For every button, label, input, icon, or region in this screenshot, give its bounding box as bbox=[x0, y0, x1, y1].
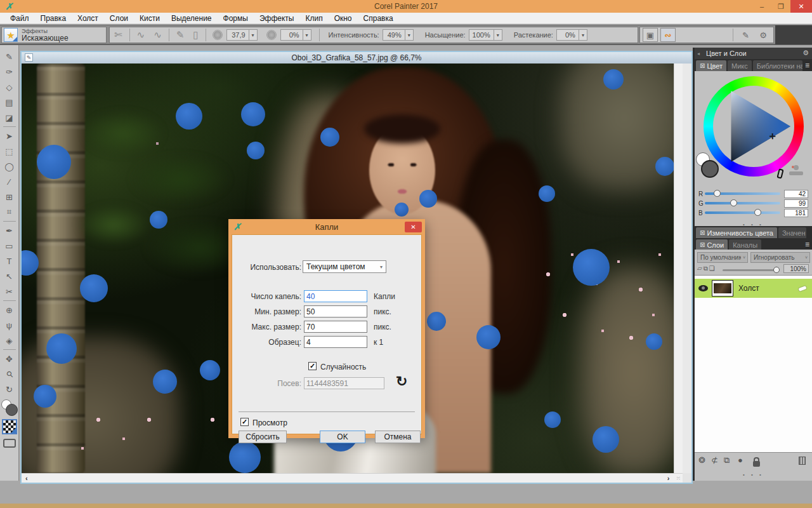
intensity-field[interactable]: 49% ▾ bbox=[383, 29, 414, 41]
panel-gear-icon[interactable]: ⚙ bbox=[802, 49, 809, 57]
minimize-button[interactable]: – bbox=[752, 0, 771, 13]
bleed-dropdown-icon[interactable]: ▾ bbox=[579, 30, 587, 40]
opacity-knob[interactable] bbox=[773, 267, 780, 273]
hue-marker-icon[interactable] bbox=[776, 168, 783, 178]
tab-mixer[interactable]: Микс bbox=[728, 60, 752, 71]
layers-options-icon[interactable]: ≡ bbox=[805, 240, 809, 249]
close-button[interactable]: ✕ bbox=[790, 0, 812, 13]
text-tool[interactable]: T bbox=[2, 253, 17, 269]
dialog-close-button[interactable]: ✕ bbox=[405, 222, 422, 232]
add-point-tool[interactable]: ⊕ bbox=[2, 302, 17, 318]
rgb-knob-g[interactable] bbox=[730, 199, 737, 206]
plugin-layer-icon[interactable]: ⊄ bbox=[711, 455, 718, 465]
layer-lock-icons[interactable]: ▱⧉❏ bbox=[697, 265, 716, 272]
dynamic-plugins-icon[interactable]: ❂ bbox=[698, 455, 705, 465]
layers-dots[interactable]: • • • bbox=[695, 472, 812, 478]
paint-bucket-tool[interactable]: ◇ bbox=[2, 79, 17, 95]
paper-pattern-swatch[interactable] bbox=[2, 419, 17, 434]
layer-adjuster-tool[interactable]: ➤ bbox=[2, 128, 17, 144]
restore-button[interactable]: ❐ bbox=[771, 0, 790, 13]
main-color-swatch[interactable] bbox=[701, 160, 719, 178]
red-slider[interactable] bbox=[705, 192, 780, 195]
stroke-tool-icon[interactable]: ✄ bbox=[110, 29, 127, 41]
dialog-titlebar[interactable]: ✗ Капли ✕ bbox=[228, 219, 425, 234]
rect-shape-tool[interactable]: ▭ bbox=[2, 238, 17, 253]
reset-button[interactable]: Сбросить bbox=[239, 431, 287, 443]
menu-effects[interactable]: Эффекты bbox=[254, 14, 299, 23]
magic-wand-tool[interactable]: ∕ bbox=[2, 174, 17, 189]
clone-area-icon[interactable]: ▯ bbox=[188, 29, 202, 41]
hue-ring[interactable]: ✛ bbox=[704, 76, 804, 177]
main-color-swatch[interactable] bbox=[6, 404, 18, 416]
layer-visibility-eye-icon[interactable] bbox=[698, 285, 708, 291]
rgb-knob-r[interactable] bbox=[714, 190, 721, 197]
layer-row-canvas[interactable]: Холст bbox=[695, 279, 812, 298]
clone-brush-icon[interactable]: ✎ bbox=[172, 29, 189, 41]
brush-size-dropdown-icon[interactable]: ▾ bbox=[249, 30, 257, 40]
saturation-dropdown-icon[interactable]: ▾ bbox=[494, 30, 502, 40]
sample-input[interactable] bbox=[304, 336, 367, 348]
menu-movie[interactable]: Клип bbox=[300, 14, 327, 23]
new-seed-refresh-icon[interactable]: ↻ bbox=[396, 373, 407, 390]
brush-size-field[interactable]: 37,9 ▾ bbox=[226, 29, 258, 41]
paper-texture-button[interactable]: ∾ bbox=[660, 28, 676, 42]
clone-color-stamp-icon[interactable] bbox=[789, 165, 803, 175]
tab-libraries[interactable]: Библиотеки наб bbox=[753, 60, 802, 71]
perspective-tool[interactable]: ◈ bbox=[2, 333, 17, 348]
randomness-checkbox[interactable]: ✓ bbox=[308, 362, 317, 370]
preview-checkbox[interactable]: ✓ bbox=[240, 418, 249, 426]
gradient-tool[interactable]: ▤ bbox=[2, 95, 17, 110]
opacity-slider[interactable] bbox=[723, 269, 778, 271]
saturation-field[interactable]: 100% ▾ bbox=[469, 29, 502, 41]
max-size-input[interactable] bbox=[304, 321, 367, 333]
new-layer-icon[interactable]: ⧉ bbox=[724, 455, 730, 465]
ok-button[interactable]: OK bbox=[320, 431, 365, 443]
menu-edit[interactable]: Правка bbox=[36, 14, 72, 23]
panel-options-icon[interactable]: ≡ bbox=[805, 61, 809, 70]
rect-select-tool[interactable]: ⬚ bbox=[2, 144, 17, 159]
menu-shapes[interactable]: Формы bbox=[218, 14, 253, 23]
tab-value[interactable]: Значен bbox=[778, 227, 806, 238]
navigator-icon[interactable] bbox=[3, 439, 16, 448]
panel-header[interactable]: ◂ Цвет и Слои ⚙ bbox=[695, 48, 812, 59]
menu-layers[interactable]: Слои bbox=[105, 14, 133, 23]
menu-select[interactable]: Выделение bbox=[166, 14, 217, 23]
mirror-tool[interactable]: ψ bbox=[2, 318, 17, 333]
tab-color-variability[interactable]: ⊠Изменчивость цвета bbox=[696, 227, 777, 238]
menu-file[interactable]: Файл bbox=[5, 14, 34, 23]
brush-opacity-preview-icon[interactable] bbox=[266, 30, 277, 40]
lock-layer-icon[interactable] bbox=[753, 461, 760, 467]
vertical-scrollbar[interactable] bbox=[674, 64, 683, 473]
red-value[interactable]: 42 bbox=[784, 190, 808, 198]
brush-tool[interactable]: ✎ bbox=[2, 49, 17, 64]
freehand-stroke-icon[interactable]: ∿ bbox=[133, 29, 150, 41]
color-marker-icon[interactable]: ✛ bbox=[769, 132, 776, 141]
menu-help[interactable]: Справка bbox=[358, 14, 398, 23]
bleed-field[interactable]: 0% ▾ bbox=[556, 29, 587, 41]
eraser-tool[interactable]: ◪ bbox=[2, 110, 17, 125]
panel-handle-icon[interactable]: ◂ bbox=[697, 51, 700, 57]
scroll-right-icon[interactable]: › bbox=[664, 474, 674, 482]
crop-tool[interactable]: ⌗ bbox=[2, 204, 17, 220]
resize-grip-icon[interactable]: ⁙ bbox=[676, 475, 681, 481]
scroll-left-icon[interactable]: ‹ bbox=[22, 474, 32, 482]
tab-layers[interactable]: ⊠Слои bbox=[696, 239, 728, 250]
blue-value[interactable]: 181 bbox=[784, 209, 808, 217]
dropper-tool[interactable]: ✑ bbox=[2, 64, 17, 79]
min-size-input[interactable] bbox=[304, 305, 367, 318]
blue-slider[interactable] bbox=[705, 211, 780, 214]
color-selector[interactable] bbox=[1, 399, 18, 416]
advanced-brush-button[interactable]: ✎ bbox=[738, 28, 754, 42]
brush-settings-gear-icon[interactable]: ⚙ bbox=[756, 28, 771, 42]
brush-opacity-dropdown-icon[interactable]: ▾ bbox=[303, 30, 311, 40]
delete-layer-icon[interactable] bbox=[799, 457, 806, 465]
use-color-select[interactable]: Текущим цветом ▾ bbox=[303, 260, 386, 273]
opacity-value[interactable]: 100% bbox=[783, 264, 809, 273]
drop-count-input[interactable] bbox=[304, 290, 367, 302]
pen-tool[interactable]: ✒ bbox=[2, 223, 17, 238]
layer-thumbnail[interactable] bbox=[712, 280, 733, 297]
transform-tool[interactable]: ⊞ bbox=[2, 189, 17, 204]
rgb-knob-b[interactable] bbox=[754, 209, 761, 216]
new-mask-icon[interactable]: ● bbox=[738, 455, 743, 465]
brush-opacity-field[interactable]: 0% ▾ bbox=[280, 29, 311, 41]
